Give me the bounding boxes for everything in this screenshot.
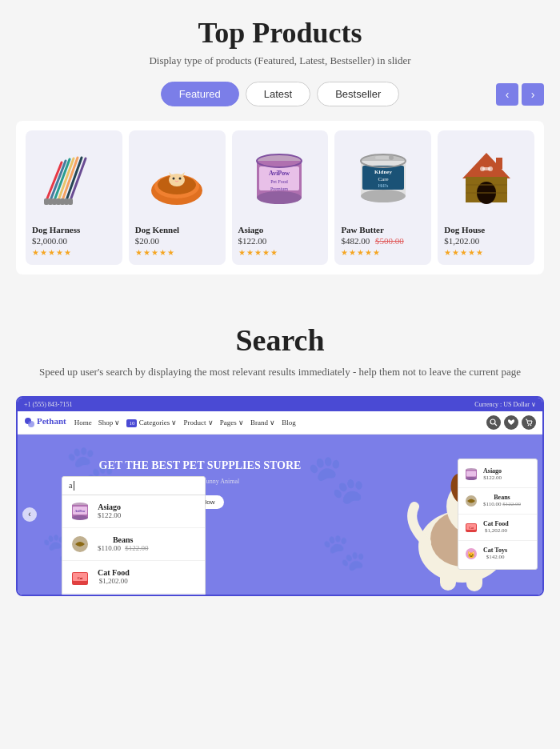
svg-text:AviPow: AviPow [74, 509, 85, 513]
search-result-cattoys[interactable]: 🐱 Cat Toys [62, 594, 205, 596]
products-grid: Dog Harness $2,000.00 ★★★★★ [16, 121, 544, 274]
search-result-asiago[interactable]: AviPow Asiago $122.00 [62, 495, 205, 528]
cart-icon-circle[interactable] [522, 415, 536, 430]
panel-divider-1 [458, 487, 537, 488]
search-result-price-catfood: $1,202.00 [98, 577, 130, 585]
right-panel-price-asiago: $122.00 [483, 475, 502, 481]
product-name-dog-house: Dog House [444, 225, 528, 234]
product-name-dog-kennel: Dog Kennel [135, 225, 219, 234]
tab-bestseller[interactable]: Bestseller [317, 82, 399, 106]
nav-categories[interactable]: 10 Categories ∨ [126, 419, 177, 427]
product-name-paw-butter: Paw Butter [341, 225, 425, 234]
product-image-dog-kennel [135, 138, 219, 218]
svg-line-52 [495, 423, 498, 426]
search-result-name-asiago: Asiago [98, 503, 121, 511]
search-title: Search [16, 322, 544, 358]
svg-text:Premium: Premium [270, 186, 288, 191]
product-card-asiago: AviPow Pet Food Premium Asiago $122.00 ★… [232, 130, 329, 265]
svg-point-48 [488, 166, 493, 171]
search-result-img-catfood: Cat [69, 566, 91, 588]
right-panel-catfood[interactable]: Cat Cat Food $1,202.00 [458, 516, 537, 539]
svg-marker-40 [462, 153, 510, 178]
search-icon-circle[interactable] [486, 415, 501, 430]
svg-point-50 [28, 421, 34, 427]
right-panel-name-cattoys: Cat Toys [483, 547, 507, 554]
product-card-dog-kennel: Dog Kennel $20.00 ★★★★★ [129, 130, 226, 265]
product-stars-dog-house: ★★★★★ [444, 248, 528, 257]
svg-point-82 [466, 477, 477, 480]
browser-cart-icons [486, 415, 536, 430]
svg-text:Cat: Cat [78, 576, 83, 580]
svg-point-32 [361, 190, 406, 202]
panel-divider-2 [458, 514, 537, 515]
right-panel-price-catfood: $1,202.00 [483, 527, 509, 534]
search-result-price-asiago: $122.00 [98, 511, 121, 519]
right-panel-name-catfood: Cat Food [483, 520, 509, 527]
right-panel-price-beans: $110.00 $122.00 [483, 501, 521, 507]
top-products-subtitle: Display type of products (Featured, Late… [16, 54, 544, 67]
right-panel-asiago[interactable]: Asiago $122.00 [458, 463, 537, 486]
browser-logo: Pethant [24, 416, 66, 427]
right-panel-beans[interactable]: Beans $110.00 $122.00 [458, 490, 537, 512]
search-result-price-beans: $110.00 $122.00 [98, 544, 148, 552]
search-result-catfood[interactable]: Cat Cat Food $1,202.00 [62, 561, 205, 594]
hero-prev-arrow[interactable]: ‹ [22, 507, 37, 522]
right-panel-img-asiago [463, 467, 479, 483]
wishlist-icon-circle[interactable] [504, 415, 518, 430]
svg-point-18 [173, 178, 175, 180]
svg-point-39 [389, 155, 394, 160]
top-products-title: Top Products [16, 16, 544, 50]
nav-pages[interactable]: Pages ∨ [220, 419, 244, 427]
product-price-dog-kennel: $20.00 [135, 236, 219, 246]
right-panel-img-beans [463, 493, 479, 509]
right-panel-name-asiago: Asiago [483, 467, 502, 475]
svg-text:Cat: Cat [469, 526, 474, 530]
svg-text:🐱: 🐱 [467, 551, 475, 559]
search-subtitle: Speed up user's search by displaying the… [16, 364, 544, 380]
right-panel-img-cattoys: 🐱 [463, 546, 479, 562]
nav-product[interactable]: Product ∨ [183, 419, 213, 427]
hero-container: 🐾 🐾 🐾 🐾 🐾 GET THE BEST PET SUPPLIES STOR… [18, 435, 542, 595]
search-input-box[interactable]: a [62, 476, 206, 495]
nav-brand[interactable]: Brand ∨ [250, 419, 275, 427]
svg-rect-13 [68, 198, 73, 205]
product-price-paw-butter: $482.00 $500.00 [341, 236, 425, 246]
svg-text:Pet Food: Pet Food [271, 179, 289, 184]
product-stars-dog-kennel: ★★★★★ [135, 248, 219, 257]
product-price-asiago: $122.00 [238, 236, 322, 246]
svg-point-54 [530, 424, 532, 426]
prev-arrow[interactable]: ‹ [496, 83, 518, 106]
next-arrow[interactable]: › [522, 83, 544, 106]
svg-point-53 [528, 424, 530, 426]
right-panel-price-cattoys: $142.00 [483, 554, 507, 560]
carousel-arrows: ‹ › [496, 83, 544, 106]
nav-blog[interactable]: Blog [282, 419, 296, 427]
search-section: Search Speed up user's search by display… [0, 298, 560, 612]
svg-text:Kidney: Kidney [374, 169, 392, 175]
right-panel-cattoys[interactable]: 🐱 Cat Toys $142.00 [458, 543, 537, 565]
search-result-beans[interactable]: Beans $110.00 $122.00 [62, 528, 205, 561]
product-card-dog-house: Dog House $1,202.00 ★★★★★ [438, 130, 534, 265]
panel-divider-3 [458, 540, 537, 541]
tab-featured[interactable]: Featured [161, 82, 239, 106]
svg-point-51 [490, 419, 495, 424]
product-image-paw-butter: Kidney Care Hill's [341, 138, 425, 218]
product-stars-paw-butter: ★★★★★ [341, 248, 425, 257]
browser-phone: +1 (555) 843-7151 [24, 401, 73, 408]
product-card-paw-butter: Kidney Care Hill's Paw Butter $482.00 $5… [334, 130, 431, 265]
product-image-asiago: AviPow Pet Food Premium [238, 138, 322, 218]
product-image-dog-harness [32, 138, 116, 218]
product-name-asiago: Asiago [238, 225, 322, 234]
right-panel-img-catfood: Cat [463, 519, 479, 535]
nav-shop[interactable]: Shop ∨ [98, 419, 121, 427]
svg-point-71 [72, 515, 88, 520]
svg-point-19 [179, 178, 182, 180]
browser-mockup: +1 (555) 843-7151 Currency : US Dollar ∨… [16, 396, 544, 596]
svg-point-47 [480, 166, 485, 171]
search-result-name-catfood: Cat Food [98, 568, 130, 577]
product-card-dog-harness: Dog Harness $2,000.00 ★★★★★ [26, 130, 122, 265]
tab-latest[interactable]: Latest [246, 82, 310, 106]
browser-topbar: +1 (555) 843-7151 Currency : US Dollar ∨ [18, 398, 542, 411]
nav-home[interactable]: Home [74, 419, 92, 427]
svg-rect-68 [466, 569, 482, 591]
